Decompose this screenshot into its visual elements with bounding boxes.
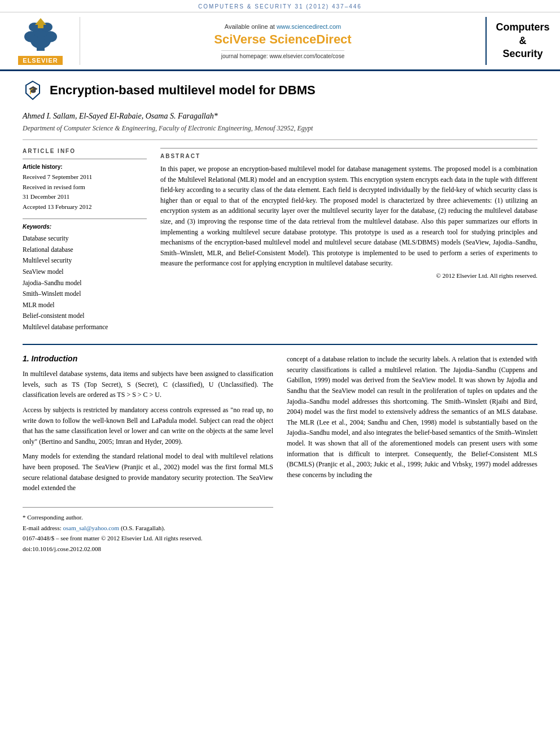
keywords-label: Keywords: xyxy=(23,224,147,230)
header-section: ELSEVIER Available online at www.science… xyxy=(0,12,560,71)
body-right: concept of a database relation to includ… xyxy=(287,354,537,554)
intro-para3: Many models for extending the standard r… xyxy=(23,451,273,493)
authors: Ahmed I. Sallam, El-Sayed El-Rabaie, Osa… xyxy=(23,112,537,121)
section-number: 1. xyxy=(23,354,29,363)
intro-para1: In multilevel database systems, data ite… xyxy=(23,369,273,400)
svg-marker-7 xyxy=(35,18,46,25)
info-abstract-columns: ARTICLE INFO Article history: Received 7… xyxy=(23,148,537,333)
sciverse-logo: SciVerse ScienceDirect xyxy=(214,32,351,47)
abstract-label: ABSTRACT xyxy=(160,153,537,159)
body-left: 1. Introduction In multilevel database s… xyxy=(23,354,273,554)
keyword-0: Database security xyxy=(23,233,147,244)
article-icon: 🎓 xyxy=(23,80,43,101)
svg-text:🎓: 🎓 xyxy=(28,85,38,95)
header-center: Available online at www.sciencedirect.co… xyxy=(80,17,485,65)
article-content: 🎓 Encryption-based multilevel model for … xyxy=(0,71,560,563)
elsevier-graphic xyxy=(15,17,66,54)
abstract-copyright: © 2012 Elsevier Ltd. All rights reserved… xyxy=(160,272,537,279)
elsevier-logo: ELSEVIER xyxy=(7,17,80,65)
issn-line: 0167-4048/$ – see front matter © 2012 El… xyxy=(23,533,273,544)
received-date: Received 7 September 2011 Received in re… xyxy=(23,172,147,212)
intro-right-para1: concept of a database relation to includ… xyxy=(287,354,537,480)
keyword-5: Smith–Winslett model xyxy=(23,289,147,300)
footer-notes: * Corresponding author. E-mail address: … xyxy=(23,507,273,554)
affiliation: Department of Computer Science & Enginee… xyxy=(23,124,537,140)
intro-para2: Access by subjects is restricted by mand… xyxy=(23,405,273,447)
elsevier-text: ELSEVIER xyxy=(18,56,62,65)
article-title: Encryption-based multilevel model for DB… xyxy=(50,83,316,98)
keyword-2: Multilevel security xyxy=(23,255,147,267)
article-info-label: ARTICLE INFO xyxy=(23,148,147,154)
keyword-3: SeaView model xyxy=(23,267,147,278)
journal-name: Computers & Security xyxy=(496,21,549,60)
abstract-text: In this paper, we propose an encryption-… xyxy=(160,164,537,269)
intro-title: 1. Introduction xyxy=(23,354,273,363)
article-info: Article history: Received 7 September 20… xyxy=(23,159,147,212)
section-title-text: Introduction xyxy=(32,354,78,363)
journal-bar: COMPUTERS & SECURITY 31 (2012) 437–446 xyxy=(0,0,560,12)
corresponding-author: * Corresponding author. xyxy=(23,512,273,523)
available-online: Available online at www.sciencedirect.co… xyxy=(225,23,341,30)
keywords-list: Database security Relational database Mu… xyxy=(23,233,147,333)
email-link[interactable]: osam_sal@yahoo.com xyxy=(63,525,119,531)
header-right: Computers & Security xyxy=(485,17,553,65)
keywords-section: Keywords: Database security Relational d… xyxy=(23,219,147,333)
sciencedirect-link[interactable]: www.sciencedirect.com xyxy=(277,23,341,30)
left-column: ARTICLE INFO Article history: Received 7… xyxy=(23,148,147,333)
journal-homepage: journal homepage: www.elsevier.com/locat… xyxy=(221,50,344,59)
doi-line: doi:10.1016/j.cose.2012.02.008 xyxy=(23,544,273,554)
keyword-7: Belief-consistent model xyxy=(23,311,147,322)
main-body: 1. Introduction In multilevel database s… xyxy=(23,344,537,554)
keyword-6: MLR model xyxy=(23,300,147,311)
journal-bar-text: COMPUTERS & SECURITY 31 (2012) 437–446 xyxy=(198,3,362,10)
email-line: E-mail address: osam_sal@yahoo.com (O.S.… xyxy=(23,523,273,534)
svg-rect-8 xyxy=(38,25,43,28)
history-label: Article history: xyxy=(23,164,147,170)
keyword-8: Multilevel database performance xyxy=(23,322,147,333)
article-title-row: 🎓 Encryption-based multilevel model for … xyxy=(23,80,537,105)
right-column: ABSTRACT In this paper, we propose an en… xyxy=(160,148,537,333)
abstract-section: ABSTRACT In this paper, we propose an en… xyxy=(160,148,537,279)
keyword-1: Relational database xyxy=(23,244,147,256)
keyword-4: Jajodia–Sandhu model xyxy=(23,278,147,289)
